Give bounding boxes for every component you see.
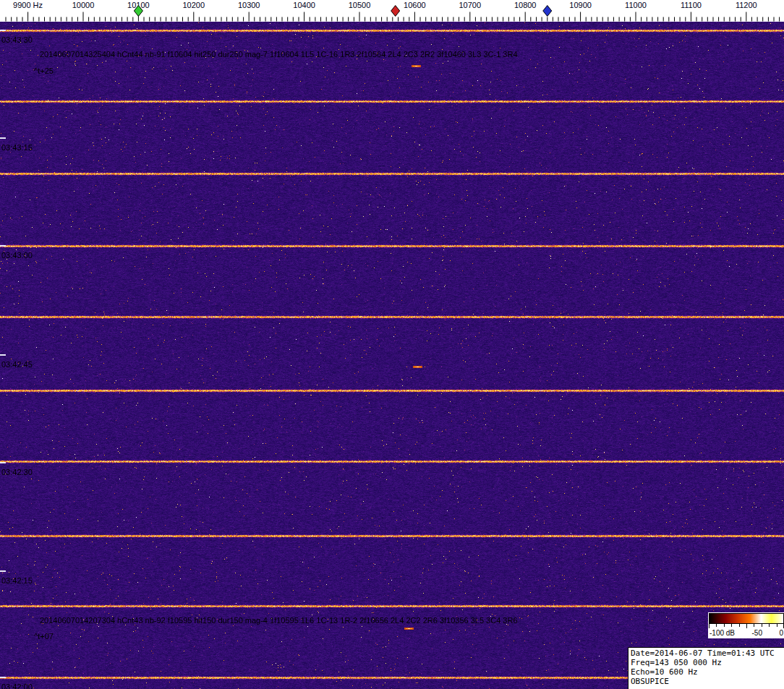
freq-label: 9900 Hz bbox=[13, 1, 43, 9]
colorbar: -100 dB -50 0 bbox=[708, 612, 784, 638]
colorbar-tick bbox=[709, 624, 710, 628]
freq-label: 10600 bbox=[404, 1, 426, 9]
frequency-ruler: 9900 Hz100001010010200103001040010500106… bbox=[0, 0, 784, 22]
info-box: Date=2014-06-07 Time=01:43 UTC Freq=143 … bbox=[628, 647, 784, 689]
freq-label: 11000 bbox=[625, 1, 647, 9]
colorbar-tick bbox=[731, 624, 732, 627]
frequency-ruler-svg: 9900 Hz100001010010200103001040010500106… bbox=[0, 0, 784, 22]
freq-label: 10900 bbox=[569, 1, 592, 9]
freq-label: 10200 bbox=[183, 1, 205, 9]
colorbar-tick bbox=[724, 624, 725, 627]
freq-label: 11200 bbox=[736, 1, 757, 9]
freq-label: 11100 bbox=[681, 1, 702, 9]
freq-label: 10800 bbox=[514, 1, 537, 9]
colorbar-label-max: 0 bbox=[779, 628, 783, 638]
colorbar-tick bbox=[754, 624, 754, 627]
red-diamond-marker bbox=[391, 6, 400, 17]
freq-label: 10700 bbox=[459, 1, 482, 9]
freq-label: 10000 bbox=[72, 1, 95, 9]
colorbar-tick bbox=[716, 624, 717, 627]
spectrogram-canvas bbox=[0, 22, 784, 689]
info-echo-line: Echo=10 600 Hz bbox=[631, 667, 784, 677]
colorbar-tick bbox=[769, 624, 770, 627]
colorbar-tick bbox=[762, 624, 762, 627]
colorbar-gradient bbox=[709, 613, 784, 624]
freq-label: 10300 bbox=[238, 1, 260, 9]
colorbar-tick bbox=[746, 624, 747, 628]
colorbar-ticks bbox=[709, 624, 784, 628]
freq-label: 10500 bbox=[349, 1, 371, 9]
spectrogram-app: 9900 Hz100001010010200103001040010500106… bbox=[0, 0, 784, 689]
colorbar-tick bbox=[739, 624, 740, 627]
colorbar-label-min: -100 dB bbox=[710, 628, 735, 638]
colorbar-label-mid: -50 bbox=[752, 628, 762, 638]
colorbar-labels: -100 dB -50 0 bbox=[709, 628, 784, 638]
info-station-line: OBSUPICE bbox=[631, 677, 784, 686]
info-freq-line: Freq=143 050 000 Hz bbox=[631, 658, 784, 667]
blue-diamond-marker bbox=[543, 6, 552, 17]
colorbar-tick bbox=[777, 624, 777, 627]
freq-label: 10400 bbox=[293, 1, 315, 9]
info-date-line: Date=2014-06-07 Time=01:43 UTC bbox=[631, 649, 784, 658]
